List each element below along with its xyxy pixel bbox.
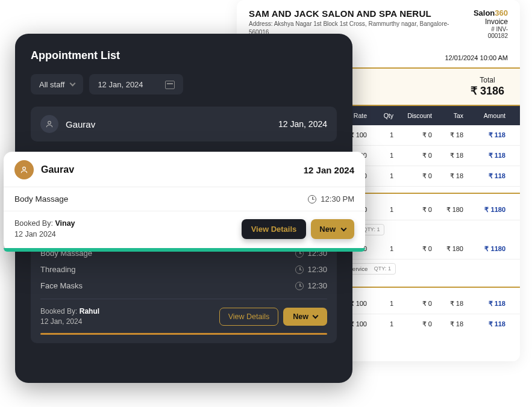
customer-name: Gaurav (66, 119, 95, 129)
invoice-total: ₹ 3186 (471, 84, 504, 98)
clock-icon (308, 195, 316, 204)
date-filter[interactable]: 12 Jan, 2024 (89, 74, 183, 95)
appointment-card[interactable]: Body Massage 12:30 Threading 12:30 Face … (31, 240, 337, 343)
new-button[interactable]: New (283, 308, 327, 326)
appointment-popup: Gaurav 12 Jan 2024 Body Massage 12:30 PM… (4, 152, 365, 252)
appointment-date: 12 Jan 2024 (304, 165, 354, 175)
user-icon (14, 160, 34, 179)
svg-point-0 (48, 121, 51, 124)
service-name: Face Masks (40, 281, 83, 290)
chevron-down-icon (70, 81, 76, 87)
appointment-date: 12 Jan, 2024 (278, 119, 327, 129)
calendar-icon (165, 79, 175, 89)
staff-filter[interactable]: All staff (31, 74, 83, 95)
invoice-number: # INV-000182 (472, 26, 508, 39)
chevron-down-icon (313, 312, 319, 318)
invoice-brand-block: Salon360 Invoice # INV-000182 (472, 8, 508, 46)
view-details-button[interactable]: View Details (242, 219, 307, 239)
appointment-title: Appointment List (31, 49, 337, 62)
service-name: Threading (40, 265, 76, 274)
svg-point-1 (23, 167, 26, 170)
clock-icon (295, 266, 304, 274)
user-icon (40, 115, 58, 133)
service-name: Body Massage (14, 194, 68, 204)
view-details-button[interactable]: View Details (219, 308, 279, 326)
status-bar (40, 333, 327, 335)
chevron-down-icon (341, 225, 347, 231)
customer-name: Gaurav (41, 164, 74, 175)
booked-by: Booked By: Vinay 12 Jan 2024 (14, 219, 75, 240)
appointment-card[interactable]: Gaurav 12 Jan, 2024 (31, 107, 337, 141)
clock-icon (295, 282, 304, 290)
status-bar (4, 248, 365, 252)
invoice-business-name: SAM AND JACK SALON AND SPA NERUL (249, 8, 466, 19)
booked-by: Booked By: Rahul 12 Jan, 2024 (40, 306, 99, 327)
new-button[interactable]: New (311, 219, 354, 239)
